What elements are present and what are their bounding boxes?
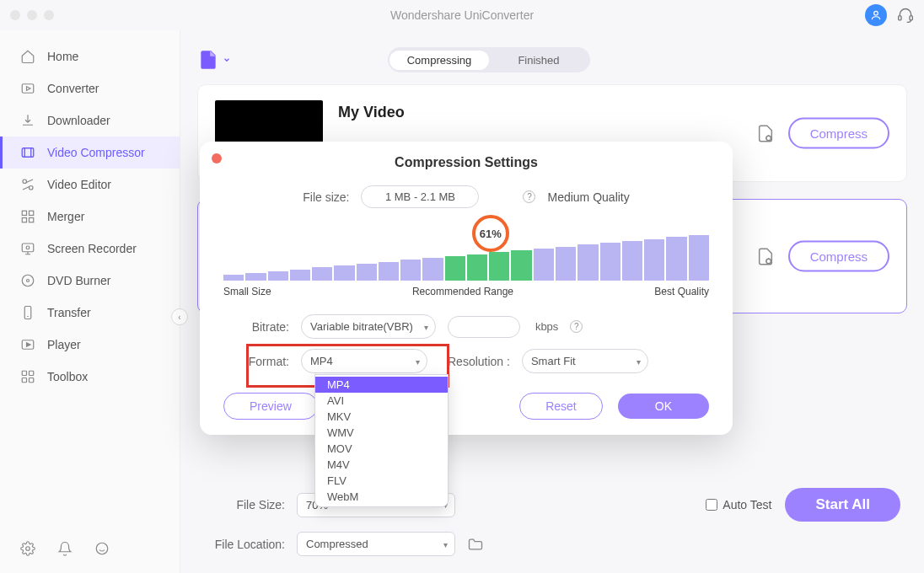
format-option-m4v[interactable]: M4V [315,457,448,473]
settings-icon[interactable] [20,541,35,556]
format-option-wmv[interactable]: WMV [315,425,448,441]
sidebar-item-video-compressor[interactable]: Video Compressor [0,137,180,169]
format-option-avi[interactable]: AVI [315,393,448,409]
sidebar-item-home[interactable]: Home [0,40,180,72]
svg-rect-19 [22,371,26,375]
sidebar-item-label: Toolbox [47,370,88,383]
settings-doc-icon[interactable] [756,247,775,265]
svg-rect-20 [30,371,34,375]
svg-point-25 [766,136,771,141]
settings-doc-icon[interactable] [756,124,775,142]
resolution-label: Resolution : [448,355,510,368]
svg-point-15 [27,280,30,282]
feedback-icon[interactable] [94,541,110,556]
sidebar-item-player[interactable]: Player [0,329,180,361]
sidebar-item-transfer[interactable]: Transfer [0,297,180,329]
svg-rect-5 [22,148,34,158]
kbps-input[interactable] [448,316,520,338]
svg-rect-3 [22,84,34,94]
close-window-icon[interactable] [10,10,20,20]
format-option-mkv[interactable]: MKV [315,409,448,425]
svg-rect-16 [24,307,31,319]
svg-point-13 [26,246,30,249]
modal-title: Compression Settings [223,155,709,170]
quality-knob[interactable]: 61% [472,215,509,252]
help-icon[interactable]: ? [523,190,535,203]
add-file-button[interactable] [197,49,231,71]
small-size-label: Small Size [223,286,271,297]
file-size-label: File Size: [204,498,285,511]
resolution-select[interactable]: Smart Fit ▾ [522,349,648,373]
svg-point-26 [766,259,771,264]
bitrate-select[interactable]: Variable bitrate(VBR) ▾ [301,314,436,339]
maximize-window-icon[interactable] [44,10,54,20]
sidebar-item-merger[interactable]: Merger [0,201,180,233]
compress-button[interactable]: Compress [788,241,889,272]
sidebar-item-downloader[interactable]: Downloader [0,104,180,137]
svg-rect-22 [30,378,34,383]
sidebar-item-label: Home [47,50,78,63]
preview-button[interactable]: Preview [223,393,318,420]
quality-percent: 61% [480,228,502,240]
sidebar-item-label: Video Editor [47,178,111,191]
bitrate-value: Variable bitrate(VBR) [310,320,413,333]
support-icon[interactable] [897,7,914,24]
svg-rect-21 [22,378,26,383]
svg-point-24 [96,543,108,554]
auto-test-input[interactable] [706,499,717,511]
auto-test-checkbox[interactable]: Auto Test [706,498,771,511]
sidebar-item-label: Screen Recorder [47,242,137,255]
sidebar-item-video-editor[interactable]: Video Editor [0,169,180,201]
sidebar-item-toolbox[interactable]: Toolbox [0,361,180,393]
chevron-down-icon: ▾ [443,539,448,549]
file-size-value[interactable]: 1 MB - 2.1 MB [361,185,479,208]
svg-marker-18 [27,343,31,347]
sidebar-item-label: Video Compressor [47,146,145,159]
reset-button[interactable]: Reset [519,393,603,420]
format-option-webm[interactable]: WebM [315,489,448,505]
ok-button[interactable]: OK [618,394,709,419]
sidebar-item-label: DVD Burner [47,274,110,287]
close-modal-icon[interactable] [212,153,222,163]
format-option-mov[interactable]: MOV [315,441,448,457]
format-dropdown: MP4 AVI MKV WMV MOV M4V FLV WebM [314,374,449,507]
format-option-flv[interactable]: FLV [315,473,448,489]
file-location-value: Compressed [306,538,368,550]
sidebar-item-converter[interactable]: Converter [0,72,180,104]
format-option-mp4[interactable]: MP4 [315,377,448,393]
compress-button[interactable]: Compress [788,118,889,149]
chevron-down-icon: ▾ [424,322,428,331]
notifications-icon[interactable] [57,541,73,556]
help-icon[interactable]: ? [570,320,583,333]
sidebar-item-label: Converter [47,82,99,95]
start-all-button[interactable]: Start All [785,488,900,522]
chevron-down-icon: ▾ [637,356,641,366]
video-title: My Video [338,104,405,121]
sidebar: Home Converter Downloader Video Compress… [0,30,180,573]
quality-text: Medium Quality [547,190,629,204]
best-quality-label: Best Quality [654,286,709,297]
open-folder-icon[interactable] [467,536,484,553]
svg-rect-9 [30,211,34,215]
tab-finished[interactable]: Finished [489,51,588,70]
compression-settings-modal: Compression Settings File size: 1 MB - 2… [200,142,733,435]
app-title: Wondershare UniConverter [0,8,924,22]
svg-point-0 [874,11,878,15]
tab-compressing[interactable]: Compressing [389,51,489,70]
quality-chart[interactable]: 61% [223,218,709,281]
svg-rect-12 [22,244,34,252]
sidebar-item-dvd-burner[interactable]: DVD Burner [0,265,180,297]
kbps-label: kbps [535,320,558,333]
titlebar: Wondershare UniConverter [0,0,924,30]
format-value: MP4 [310,355,333,367]
svg-point-14 [22,275,34,286]
sidebar-item-screen-recorder[interactable]: Screen Recorder [0,233,180,265]
format-select[interactable]: MP4 ▾ [301,349,427,373]
resolution-value: Smart Fit [531,355,576,367]
auto-test-label: Auto Test [723,498,771,511]
chevron-down-icon: ▾ [416,356,420,366]
minimize-window-icon[interactable] [27,10,37,20]
svg-rect-10 [22,218,26,222]
user-avatar[interactable] [865,4,887,26]
file-location-select[interactable]: Compressed ▾ [297,532,455,556]
